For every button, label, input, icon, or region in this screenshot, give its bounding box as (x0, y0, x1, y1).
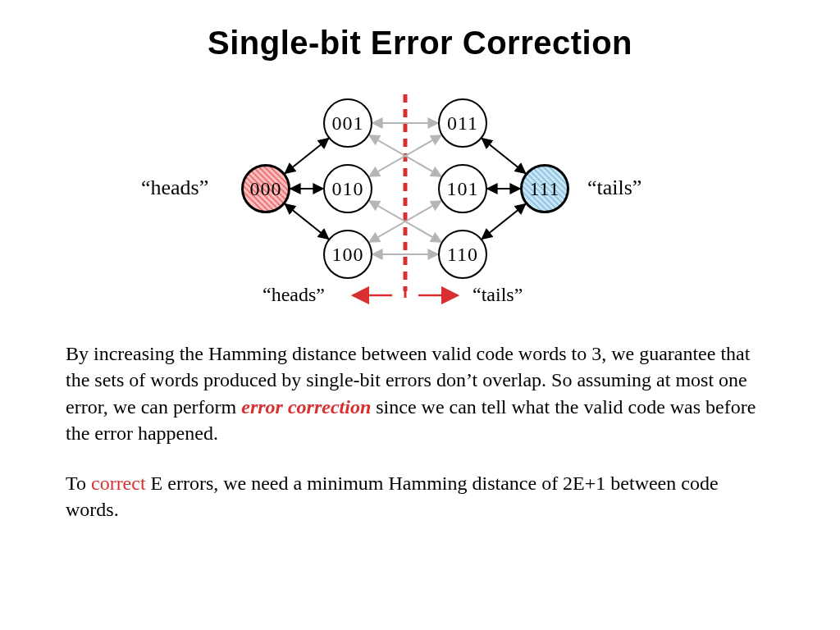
label-tails-right: “tails” (587, 176, 641, 200)
page-title: Single-bit Error Correction (0, 25, 840, 62)
node-011: 011 (438, 98, 487, 148)
label-heads-left: “heads” (141, 176, 208, 200)
p2-a: To (66, 472, 91, 494)
node-100: 100 (323, 230, 372, 279)
node-101: 101 (438, 164, 487, 213)
node-111: 111 (520, 164, 569, 213)
paragraph-1: By increasing the Hamming distance betwe… (66, 340, 774, 447)
p1-em: error correction (241, 396, 371, 418)
label-tails-bottom: “tails” (472, 284, 523, 306)
label-heads-bottom: “heads” (262, 284, 325, 306)
node-000: 000 (241, 164, 290, 213)
paragraph-2: To correct E errors, we need a minimum H… (66, 470, 774, 523)
body-text: By increasing the Hamming distance betwe… (66, 340, 774, 546)
node-110: 110 (438, 230, 487, 279)
node-001: 001 (323, 98, 372, 148)
hamming-diagram: “heads” “tails” 000 001 010 100 011 101 … (0, 82, 840, 328)
slide: Single-bit Error Correction (0, 0, 840, 630)
p2-b: E errors, we need a minimum Hamming dist… (66, 472, 719, 520)
p2-red: correct (91, 472, 146, 494)
node-010: 010 (323, 164, 372, 213)
